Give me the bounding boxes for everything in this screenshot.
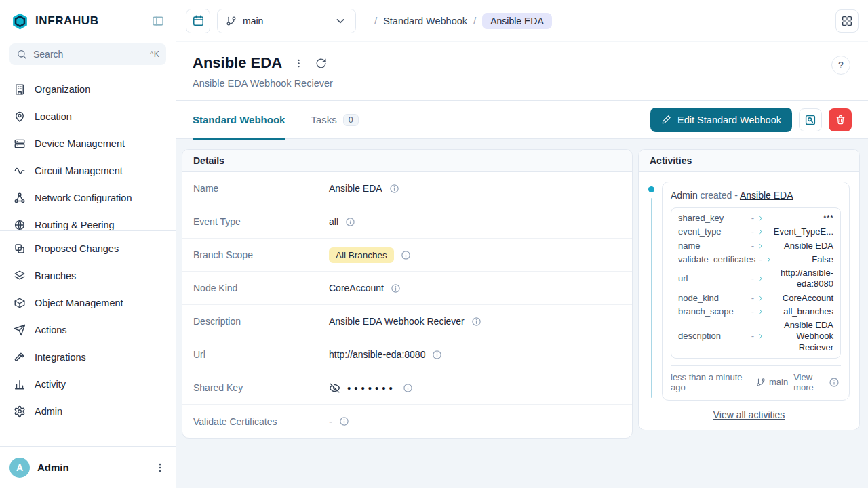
- activity-branch[interactable]: main: [756, 377, 788, 387]
- activity-changes: shared_key-*** event_type-Event_TypeE...…: [671, 207, 841, 359]
- info-icon[interactable]: [432, 350, 442, 360]
- kebab-icon: [154, 462, 166, 474]
- detail-row-event-type: Event Type all: [182, 205, 632, 239]
- detail-value: CoreAccount: [329, 283, 384, 293]
- change-row: name-Ansible EDA: [671, 239, 840, 253]
- chevron-right-icon: [757, 275, 764, 282]
- sidebar-collapse-button[interactable]: [151, 14, 165, 28]
- title-menu-button[interactable]: [293, 58, 304, 69]
- edit-button-label: Edit Standard Webhook: [677, 115, 781, 125]
- search-icon: [16, 49, 27, 60]
- refresh-button[interactable]: [315, 58, 327, 69]
- sidebar-item-network-configuration[interactable]: Network Configuration: [7, 184, 169, 211]
- sidebar-item-branches[interactable]: Branches: [7, 262, 169, 289]
- change-value: False: [776, 254, 833, 265]
- sidebar-item-label: Location: [35, 111, 72, 122]
- chevron-right-icon: [757, 228, 764, 235]
- pencil-icon: [661, 115, 671, 125]
- help-button[interactable]: ?: [831, 56, 850, 75]
- chevron-right-icon: [757, 243, 764, 249]
- change-row: url-http://ansible-eda:8080: [671, 266, 840, 291]
- bar-chart-icon: [14, 378, 26, 390]
- sidebar-item-organization[interactable]: Organization: [7, 76, 169, 103]
- activity-timeline: Admin created - Ansible EDA shared_key-*…: [648, 182, 850, 401]
- sidebar-item-label: Network Configuration: [35, 192, 132, 203]
- sidebar-item-integrations[interactable]: Integrations: [7, 344, 169, 371]
- logo-row: INFRAHUB: [0, 0, 176, 42]
- view-all-activities-link[interactable]: View all activities: [648, 409, 850, 420]
- change-dash: -: [759, 254, 762, 265]
- sidebar-item-location[interactable]: Location: [7, 103, 169, 130]
- change-key: description: [678, 331, 748, 342]
- detail-label: Event Type: [193, 216, 329, 227]
- change-value: Event_TypeE...: [768, 226, 833, 237]
- page-header: Ansible EDA Ansible EDA Webhook Reciever…: [176, 42, 868, 101]
- sidebar-item-device-management[interactable]: Device Management: [7, 130, 169, 157]
- view-more-link[interactable]: View more: [793, 372, 822, 392]
- activity-target-link[interactable]: Ansible EDA: [740, 190, 793, 201]
- sidebar-item-proposed-changes[interactable]: Proposed Changes: [7, 235, 169, 262]
- sidebar-item-label: Object Management: [35, 298, 123, 308]
- detail-label: Branch Scope: [193, 249, 329, 260]
- sidebar-item-circuit-management[interactable]: Circuit Management: [7, 157, 169, 184]
- user-menu-button[interactable]: [154, 462, 166, 474]
- info-icon[interactable]: [829, 377, 840, 388]
- sidebar-item-admin[interactable]: Admin: [7, 398, 169, 425]
- activity-actor: Admin: [671, 190, 698, 201]
- branch-selector[interactable]: main: [217, 9, 356, 33]
- breadcrumb-item-standard-webhook[interactable]: Standard Webhook: [383, 16, 467, 26]
- info-icon[interactable]: [401, 250, 411, 260]
- globe-icon: [14, 219, 26, 230]
- tab-tasks[interactable]: Tasks 0: [311, 101, 358, 139]
- avatar[interactable]: A: [9, 458, 30, 478]
- package-icon: [14, 297, 26, 309]
- change-row: node_kind-CoreAccount: [671, 291, 840, 305]
- sidebar-item-actions[interactable]: Actions: [7, 317, 169, 344]
- activity-branch-label: main: [769, 377, 788, 387]
- edit-standard-webhook-button[interactable]: Edit Standard Webhook: [650, 108, 792, 132]
- sidebar-item-activity[interactable]: Activity: [7, 371, 169, 398]
- details-card: Details Name Ansible EDA Event Type all: [182, 149, 633, 439]
- breadcrumb-item-ansible-eda[interactable]: Ansible EDA: [482, 13, 552, 29]
- info-icon[interactable]: [403, 383, 413, 393]
- app: INFRAHUB Search ^K Organization Location…: [0, 0, 868, 488]
- info-icon[interactable]: [389, 184, 399, 194]
- timeline-dot: [648, 186, 654, 192]
- delete-button[interactable]: [829, 108, 852, 131]
- info-icon[interactable]: [339, 416, 349, 426]
- info-icon[interactable]: [471, 317, 481, 327]
- search-label: Search: [33, 49, 63, 60]
- search-input[interactable]: Search ^K: [9, 43, 166, 65]
- detail-value: all: [329, 216, 338, 227]
- activity-timestamp: less than a minute ago: [671, 372, 751, 392]
- chevron-right-icon: [757, 333, 764, 340]
- sidebar-item-object-management[interactable]: Object Management: [7, 289, 169, 317]
- breadcrumb-separator: /: [374, 15, 377, 26]
- apps-menu-button[interactable]: [835, 9, 859, 33]
- url-link[interactable]: http://ansible-eda:8080: [329, 349, 425, 360]
- activity-action: created -: [701, 190, 738, 201]
- sidebar-item-routing-peering[interactable]: Routing & Peering: [7, 211, 169, 230]
- info-icon[interactable]: [345, 217, 355, 227]
- change-dash: -: [751, 273, 754, 284]
- wave-icon: [14, 165, 26, 177]
- sidebar-item-label: Proposed Changes: [35, 243, 119, 254]
- change-row: branch_scope-all_branches: [671, 305, 840, 319]
- user-name: Admin: [37, 462, 69, 473]
- change-dash: -: [751, 331, 754, 342]
- sidebar-item-label: Actions: [35, 325, 67, 336]
- detail-value: Ansible EDA Webhook Reciever: [329, 316, 465, 327]
- branch-selector-value: main: [243, 16, 263, 26]
- sidebar-item-label: Circuit Management: [35, 165, 123, 176]
- change-value: http://ansible-eda:8080: [768, 268, 833, 290]
- reveal-secret-button[interactable]: [329, 382, 340, 394]
- change-value: Ansible EDA: [768, 241, 833, 251]
- info-icon[interactable]: [391, 283, 401, 293]
- grid-icon: [841, 15, 853, 27]
- user-row: A Admin: [0, 446, 176, 488]
- tab-standard-webhook[interactable]: Standard Webhook: [193, 101, 285, 139]
- object-search-button[interactable]: [799, 108, 822, 131]
- date-picker-button[interactable]: [186, 9, 210, 33]
- eye-off-icon: [329, 382, 340, 394]
- change-value: CoreAccount: [768, 293, 833, 304]
